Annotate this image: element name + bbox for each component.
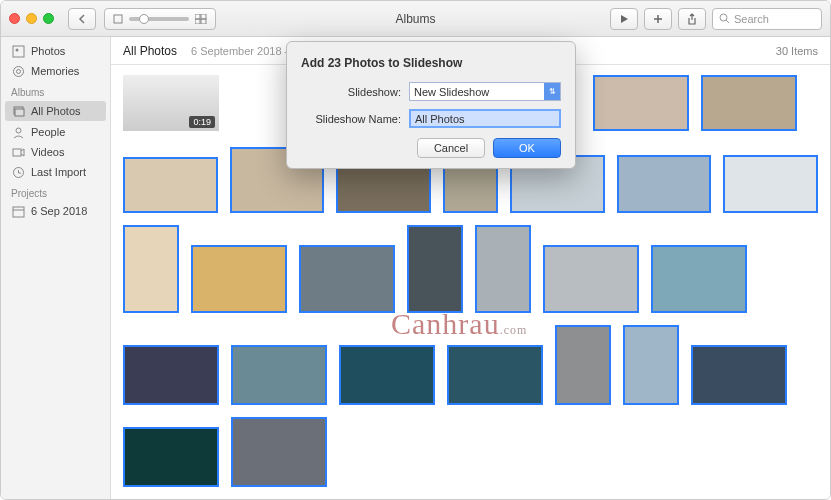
window-controls	[9, 13, 54, 24]
svg-rect-0	[114, 15, 122, 23]
svg-point-8	[13, 66, 23, 76]
thumbnail-video[interactable]: 0:19	[123, 75, 219, 131]
clock-icon	[11, 165, 25, 179]
search-icon	[719, 13, 730, 24]
minimize-window-button[interactable]	[26, 13, 37, 24]
sidebar: Photos Memories Albums All Photos People…	[1, 37, 111, 499]
item-count: 30 Items	[776, 45, 818, 57]
sidebar-item-label: Last Import	[31, 166, 86, 178]
thumbnail[interactable]	[339, 345, 435, 405]
play-slideshow-button[interactable]	[610, 8, 638, 30]
people-icon	[11, 125, 25, 139]
sidebar-item-label: 6 Sep 2018	[31, 205, 87, 217]
svg-point-9	[16, 69, 20, 73]
calendar-icon	[11, 204, 25, 218]
svg-rect-15	[13, 207, 24, 217]
thumbnail[interactable]	[723, 155, 818, 213]
svg-point-12	[16, 128, 21, 133]
thumbnail-zoom-slider[interactable]	[129, 17, 189, 21]
thumbnail[interactable]	[123, 345, 219, 405]
svg-rect-13	[13, 149, 21, 156]
sidebar-section-albums: Albums	[1, 81, 110, 100]
thumbnail[interactable]	[475, 225, 531, 313]
sidebar-item-last-import[interactable]: Last Import	[1, 162, 110, 182]
video-duration-badge: 0:19	[189, 116, 215, 128]
thumbnail[interactable]	[299, 245, 395, 313]
thumbnail[interactable]	[593, 75, 689, 131]
sidebar-item-videos[interactable]: Videos	[1, 142, 110, 162]
slideshow-name-value: All Photos	[415, 113, 465, 125]
thumbnail[interactable]	[407, 225, 463, 313]
sidebar-section-projects: Projects	[1, 182, 110, 201]
thumbnail[interactable]	[617, 155, 712, 213]
thumbnail[interactable]	[623, 325, 679, 405]
svg-rect-6	[13, 46, 24, 57]
back-button[interactable]	[68, 8, 96, 30]
slideshow-name-label: Slideshow Name:	[301, 113, 401, 125]
sidebar-item-memories[interactable]: Memories	[1, 61, 110, 81]
sidebar-item-project-6sep[interactable]: 6 Sep 2018	[1, 201, 110, 221]
stack-icon	[11, 104, 25, 118]
add-to-slideshow-dialog: Add 23 Photos to Slideshow Slideshow: Ne…	[286, 41, 576, 169]
chevron-updown-icon: ⇅	[544, 83, 560, 100]
window-title: Albums	[395, 12, 435, 26]
memories-icon	[11, 64, 25, 78]
play-icon	[620, 14, 629, 24]
svg-rect-2	[201, 14, 206, 19]
thumbnail[interactable]	[123, 427, 219, 487]
sidebar-item-label: All Photos	[31, 105, 81, 117]
chevron-left-icon	[78, 14, 86, 24]
svg-point-5	[720, 14, 727, 21]
sidebar-item-photos[interactable]: Photos	[1, 41, 110, 61]
thumbnail[interactable]	[231, 345, 327, 405]
plus-icon	[653, 14, 663, 24]
zoom-in-icon	[195, 14, 207, 24]
share-icon	[687, 13, 697, 25]
photos-icon	[11, 44, 25, 58]
sidebar-item-all-photos[interactable]: All Photos	[5, 101, 106, 121]
zoom-out-icon	[113, 14, 123, 24]
thumbnail[interactable]	[555, 325, 611, 405]
sidebar-item-label: Videos	[31, 146, 64, 158]
slideshow-name-input[interactable]: All Photos	[409, 109, 561, 128]
thumbnail[interactable]	[123, 225, 179, 313]
thumbnail[interactable]	[191, 245, 287, 313]
sidebar-item-people[interactable]: People	[1, 122, 110, 142]
search-field[interactable]: Search	[712, 8, 822, 30]
tab-all-photos[interactable]: All Photos	[123, 44, 177, 58]
sidebar-item-label: Memories	[31, 65, 79, 77]
cancel-button[interactable]: Cancel	[417, 138, 485, 158]
videos-icon	[11, 145, 25, 159]
dialog-title: Add 23 Photos to Slideshow	[301, 56, 561, 70]
thumbnail[interactable]	[543, 245, 639, 313]
titlebar: Albums Search	[1, 1, 830, 37]
svg-rect-1	[195, 14, 200, 19]
thumbnail[interactable]	[231, 417, 327, 487]
slideshow-select-label: Slideshow:	[301, 86, 401, 98]
svg-rect-3	[195, 19, 200, 24]
thumbnail[interactable]	[123, 157, 218, 213]
slideshow-select-value: New Slideshow	[414, 86, 489, 98]
sidebar-item-label: Photos	[31, 45, 65, 57]
add-button[interactable]	[644, 8, 672, 30]
slideshow-select[interactable]: New Slideshow ⇅	[409, 82, 561, 101]
thumbnail[interactable]	[447, 345, 543, 405]
thumbnail[interactable]	[701, 75, 797, 131]
svg-point-7	[15, 48, 18, 51]
svg-rect-11	[15, 109, 24, 116]
thumbnail[interactable]	[691, 345, 787, 405]
share-button[interactable]	[678, 8, 706, 30]
maximize-window-button[interactable]	[43, 13, 54, 24]
svg-rect-4	[201, 19, 206, 24]
ok-button[interactable]: OK	[493, 138, 561, 158]
search-placeholder: Search	[734, 13, 769, 25]
sidebar-item-label: People	[31, 126, 65, 138]
thumbnail[interactable]	[651, 245, 747, 313]
zoom-slider-container	[104, 8, 216, 30]
close-window-button[interactable]	[9, 13, 20, 24]
